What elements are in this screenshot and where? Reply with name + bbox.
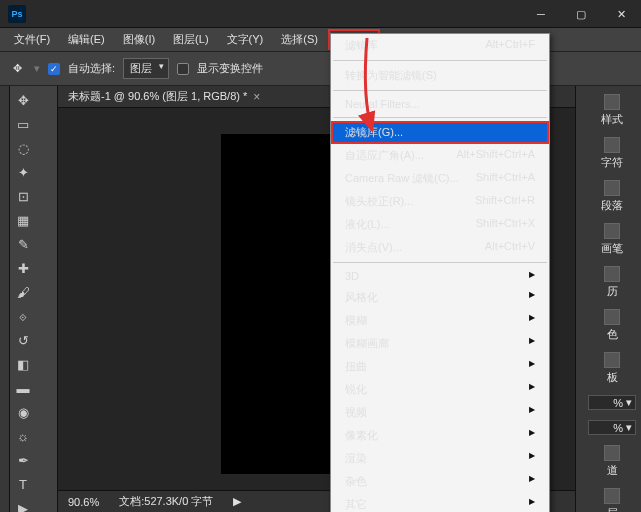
stamp-tool-icon[interactable]: ⟐ <box>12 305 34 327</box>
menu-file[interactable]: 文件(F) <box>6 29 58 50</box>
minimize-button[interactable]: ─ <box>521 0 561 28</box>
eraser-tool-icon[interactable]: ◧ <box>12 353 34 375</box>
status-chevron-icon[interactable]: ▶ <box>233 495 241 508</box>
char-icon <box>604 137 620 153</box>
app-logo: Ps <box>8 5 26 23</box>
panel-layers[interactable]: 层 <box>604 488 620 512</box>
zoom-value[interactable]: 90.6% <box>68 496 99 508</box>
filter-smart[interactable]: 转换为智能滤镜(S) <box>331 64 549 87</box>
filter-lens[interactable]: 镜头校正(R)...Shift+Ctrl+R <box>331 190 549 213</box>
filter-adaptive[interactable]: 自适应广角(A)...Alt+Shift+Ctrl+A <box>331 144 549 167</box>
opacity-field[interactable]: %▾ <box>588 395 636 410</box>
title-bar: Ps ─ ▢ ✕ <box>0 0 641 28</box>
move-tool-icon[interactable]: ✥ <box>12 89 34 111</box>
show-transform-label: 显示变换控件 <box>197 61 263 76</box>
eyedropper-tool-icon[interactable]: ✎ <box>12 233 34 255</box>
right-gutter <box>575 86 583 512</box>
panel-channels[interactable]: 道 <box>604 445 620 478</box>
color-icon <box>604 309 620 325</box>
frame-tool-icon[interactable]: ▦ <box>12 209 34 231</box>
lasso-tool-icon[interactable]: ◌ <box>12 137 34 159</box>
fill-field[interactable]: %▾ <box>588 420 636 435</box>
fx-icon <box>604 94 620 110</box>
layers-icon <box>604 488 620 504</box>
artboard-tool-icon[interactable]: ▭ <box>12 113 34 135</box>
document-tab-label: 未标题-1 @ 90.6% (图层 1, RGB/8) * <box>68 89 247 104</box>
auto-select-checkbox[interactable]: ✓ <box>48 63 60 75</box>
menu-select[interactable]: 选择(S) <box>273 29 326 50</box>
filter-sub-other[interactable]: 其它 <box>331 493 549 512</box>
filter-neural[interactable]: Neural Filters... <box>331 94 549 114</box>
filter-sub-3d[interactable]: 3D <box>331 266 549 286</box>
window-controls: ─ ▢ ✕ <box>521 0 641 28</box>
filter-sub-video[interactable]: 视频 <box>331 401 549 424</box>
close-button[interactable]: ✕ <box>601 0 641 28</box>
pen-tool-icon[interactable]: ✒ <box>12 449 34 471</box>
history-icon <box>604 266 620 282</box>
filter-sub-render[interactable]: 渲染 <box>331 447 549 470</box>
para-icon <box>604 180 620 196</box>
type-tool-icon[interactable]: T <box>12 473 34 495</box>
panel-brushes[interactable]: 画笔 <box>601 223 623 256</box>
filter-sub-pixelate[interactable]: 像素化 <box>331 424 549 447</box>
brush-tool-icon[interactable]: 🖌 <box>12 281 34 303</box>
panel-history[interactable]: 历 <box>604 266 620 299</box>
filter-menu-dropdown: 滤镜库Alt+Ctrl+F 转换为智能滤镜(S) Neural Filters.… <box>330 33 550 512</box>
blur-tool-icon[interactable]: ◉ <box>12 401 34 423</box>
panel-color[interactable]: 色 <box>604 309 620 342</box>
channel-icon <box>604 445 620 461</box>
tool-palette: ✥▭ ◌✦ ⊡▦ ✎✚ 🖌⟐ ↺◧ ▬◉ ☼✒ T▶ ▭✋ 🔍⋯ ◙▣ <box>10 86 58 512</box>
wand-tool-icon[interactable]: ✦ <box>12 161 34 183</box>
left-gutter <box>0 86 10 512</box>
menu-edit[interactable]: 编辑(E) <box>60 29 113 50</box>
auto-select-target[interactable]: 图层 <box>123 58 169 79</box>
menu-image[interactable]: 图像(I) <box>115 29 163 50</box>
filter-sub-distort[interactable]: 扭曲 <box>331 355 549 378</box>
history-brush-icon[interactable]: ↺ <box>12 329 34 351</box>
maximize-button[interactable]: ▢ <box>561 0 601 28</box>
auto-select-label: 自动选择: <box>68 61 115 76</box>
brush-icon <box>604 223 620 239</box>
panel-swatches[interactable]: 板 <box>604 352 620 385</box>
filter-sub-noise[interactable]: 杂色 <box>331 470 549 493</box>
filter-liquify[interactable]: 液化(L)...Shift+Ctrl+X <box>331 213 549 236</box>
move-tool-icon[interactable]: ✥ <box>8 60 26 78</box>
filter-sub-sharpen[interactable]: 锐化 <box>331 378 549 401</box>
doc-status: 文档:527.3K/0 字节 <box>119 494 213 509</box>
filter-sub-blurgallery[interactable]: 模糊画廊 <box>331 332 549 355</box>
menu-layer[interactable]: 图层(L) <box>165 29 216 50</box>
filter-last[interactable]: 滤镜库Alt+Ctrl+F <box>331 34 549 57</box>
filter-gallery[interactable]: 滤镜库(G)... <box>331 121 549 144</box>
gradient-tool-icon[interactable]: ▬ <box>12 377 34 399</box>
swatch-icon <box>604 352 620 368</box>
filter-camera-raw[interactable]: Camera Raw 滤镜(C)...Shift+Ctrl+A <box>331 167 549 190</box>
path-select-icon[interactable]: ▶ <box>12 497 34 512</box>
panel-styles[interactable]: 样式 <box>601 94 623 127</box>
panel-paragraph[interactable]: 段落 <box>601 180 623 213</box>
right-panel: 样式 字符 段落 画笔 历 色 板 %▾ %▾ 道 层 <box>583 86 641 512</box>
heal-tool-icon[interactable]: ✚ <box>12 257 34 279</box>
close-tab-icon[interactable]: × <box>253 90 260 104</box>
panel-character[interactable]: 字符 <box>601 137 623 170</box>
filter-sub-stylize[interactable]: 风格化 <box>331 286 549 309</box>
filter-sub-blur[interactable]: 模糊 <box>331 309 549 332</box>
crop-tool-icon[interactable]: ⊡ <box>12 185 34 207</box>
filter-vanishing[interactable]: 消失点(V)...Alt+Ctrl+V <box>331 236 549 259</box>
show-transform-checkbox[interactable] <box>177 63 189 75</box>
menu-type[interactable]: 文字(Y) <box>219 29 272 50</box>
dodge-tool-icon[interactable]: ☼ <box>12 425 34 447</box>
